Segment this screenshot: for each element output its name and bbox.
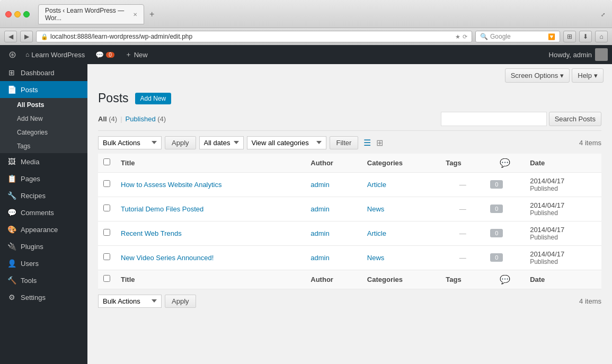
sidebar-item-posts[interactable]: 📄 Posts <box>0 81 87 98</box>
filter-tab-all[interactable]: All (4) <box>98 115 117 123</box>
categories-select[interactable]: View all categories <box>247 136 326 149</box>
post-author-link[interactable]: admin <box>311 254 329 262</box>
add-new-button[interactable]: Add New <box>135 93 172 104</box>
sidebar-item-appearance[interactable]: 🎨 Appearance <box>0 221 87 238</box>
row-checkbox[interactable] <box>103 229 110 236</box>
sidebar-submenu-all-posts[interactable]: All Posts <box>0 98 87 112</box>
forward-button[interactable]: ▶ <box>20 31 33 42</box>
sidebar-item-media[interactable]: 🖼 Media <box>0 153 87 170</box>
topbar-new[interactable]: ＋ New <box>120 45 153 64</box>
tfoot-tags: Tags <box>440 270 485 289</box>
sidebar-item-tools[interactable]: 🔨 Tools <box>0 272 87 289</box>
th-comments[interactable]: 💬 <box>485 154 525 173</box>
comment-count[interactable]: 0 <box>490 229 503 237</box>
bulk-actions-select-bottom[interactable]: Bulk Actions <box>98 295 162 308</box>
row-author-cell: admin <box>305 197 362 221</box>
select-all-checkbox[interactable] <box>103 158 110 165</box>
select-all-checkbox-footer[interactable] <box>103 275 110 282</box>
post-title-link[interactable]: How to Assess Website Analytics <box>121 181 222 189</box>
sidebar-item-dashboard[interactable]: ⊞ Dashboard <box>0 64 87 81</box>
row-categories-cell: News <box>362 197 440 221</box>
help-button[interactable]: Help ▾ <box>572 68 604 83</box>
post-status: Published <box>530 234 596 241</box>
row-checkbox-cell <box>98 197 116 221</box>
post-author-link[interactable]: admin <box>311 229 329 237</box>
back-button[interactable]: ◀ <box>4 31 17 42</box>
tools-icon: 🔨 <box>7 276 16 285</box>
sidebar-submenu-tags[interactable]: Tags <box>0 139 87 153</box>
th-title[interactable]: Title <box>116 154 305 173</box>
row-comments-cell: 0 <box>485 172 525 197</box>
post-category-link[interactable]: Article <box>367 181 386 189</box>
th-categories[interactable]: Categories <box>362 154 440 173</box>
row-tags-cell: — <box>440 245 485 270</box>
browser-download-button[interactable]: ⬇ <box>579 31 592 42</box>
sidebar-item-label: Recipes <box>21 192 46 200</box>
post-category-link[interactable]: Article <box>367 229 386 237</box>
posts-table: Title Author Categories Tags <box>98 154 601 289</box>
topbar-site-name[interactable]: ⌂ Learn WordPress <box>20 45 90 64</box>
sidebar-item-recipes[interactable]: 🔧 Recipes <box>0 187 87 204</box>
search-posts-button[interactable]: Search Posts <box>549 112 601 126</box>
grid-view-button[interactable]: ⊞ <box>374 137 385 149</box>
minimize-button[interactable] <box>14 11 21 17</box>
post-author-link[interactable]: admin <box>311 205 329 213</box>
screen-options-button[interactable]: Screen Options ▾ <box>505 68 570 83</box>
page-header: Posts Add New <box>98 91 601 106</box>
sidebar-submenu-add-new[interactable]: Add New <box>0 112 87 126</box>
post-category-link[interactable]: News <box>367 254 385 262</box>
sidebar-item-label: Media <box>21 158 39 166</box>
address-bar[interactable]: 🔒 localhost:8888/learn-wordpress/wp-admi… <box>36 31 472 42</box>
browser-menu-button[interactable]: ⊞ <box>563 31 576 42</box>
row-date-cell: 2014/04/17 Published <box>525 221 601 245</box>
row-checkbox[interactable] <box>103 180 110 187</box>
window-maximize-icon[interactable]: ⤢ <box>599 11 607 18</box>
tfoot-comments: 💬 <box>485 270 525 289</box>
th-tags[interactable]: Tags <box>440 154 485 173</box>
th-author[interactable]: Author <box>305 154 362 173</box>
apply-button-bottom[interactable]: Apply <box>165 295 196 308</box>
apply-button-top[interactable]: Apply <box>165 136 196 149</box>
wp-main-content: Screen Options ▾ Help ▾ Posts Add New <box>87 64 612 364</box>
new-tab-button[interactable]: + <box>146 8 157 20</box>
row-checkbox[interactable] <box>103 205 110 211</box>
search-posts-input[interactable] <box>441 112 547 126</box>
comment-count[interactable]: 0 <box>490 205 503 213</box>
sidebar-item-label: Appearance <box>21 226 58 234</box>
bulk-actions-select-top[interactable]: Bulk Actions <box>98 136 162 149</box>
sidebar-item-label: Plugins <box>21 243 43 251</box>
post-title-link[interactable]: Tutorial Demo Files Posted <box>121 205 203 213</box>
sidebar-item-plugins[interactable]: 🔌 Plugins <box>0 238 87 255</box>
row-checkbox[interactable] <box>103 253 110 260</box>
list-view-button[interactable]: ☰ <box>361 137 373 149</box>
wp-logo[interactable]: ⊛ <box>4 45 20 64</box>
post-title-link[interactable]: Recent Web Trends <box>121 229 182 237</box>
sidebar-item-pages[interactable]: 📋 Pages <box>0 170 87 187</box>
sidebar-item-settings[interactable]: ⚙ Settings <box>0 289 87 306</box>
comment-count[interactable]: 0 <box>490 180 503 189</box>
browser-search-bar[interactable]: 🔍 Google 🔽 <box>475 31 560 42</box>
post-author-link[interactable]: admin <box>311 181 329 189</box>
filter-tab-published[interactable]: Published (4) <box>126 115 166 123</box>
close-button[interactable] <box>5 11 12 17</box>
sidebar-submenu-categories[interactable]: Categories <box>0 126 87 139</box>
post-category-link[interactable]: News <box>367 205 385 213</box>
th-date[interactable]: Date <box>525 154 601 173</box>
sidebar-item-comments[interactable]: 💬 Comments <box>0 204 87 221</box>
row-title-cell: How to Assess Website Analytics <box>116 172 305 197</box>
pages-icon: 📋 <box>7 174 16 183</box>
post-title-link[interactable]: New Video Series Announced! <box>121 254 214 262</box>
maximize-button[interactable] <box>23 11 30 17</box>
row-checkbox-cell <box>98 172 116 197</box>
comment-count[interactable]: 0 <box>490 253 503 262</box>
row-title-cell: New Video Series Announced! <box>116 245 305 270</box>
filter-button[interactable]: Filter <box>330 136 359 149</box>
dates-select[interactable]: All dates <box>199 136 244 149</box>
tab-close-icon[interactable]: ✕ <box>133 12 137 17</box>
browser-home-button[interactable]: ⌂ <box>595 31 608 42</box>
table-footer-header-row: Title Author Categories Tags <box>98 270 601 289</box>
topbar-comments[interactable]: 💬 0 <box>90 45 120 64</box>
browser-tab-active[interactable]: Posts ‹ Learn WordPress — Wor... ✕ <box>38 4 144 24</box>
sidebar-item-users[interactable]: 👤 Users <box>0 255 87 272</box>
post-status: Published <box>530 258 596 265</box>
